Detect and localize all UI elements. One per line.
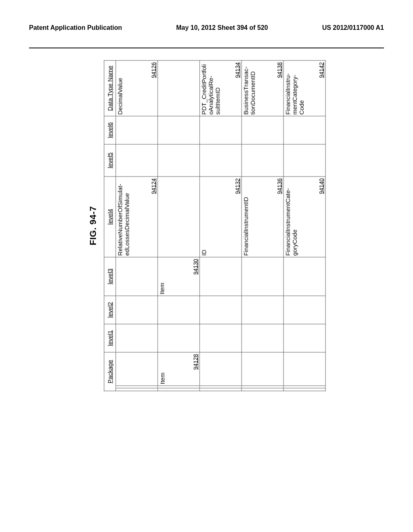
cell-ref: 94126 (150, 62, 156, 78)
cell-l2 (200, 296, 242, 324)
cell-package (242, 352, 284, 391)
cell-ref: 94130 (192, 259, 198, 275)
cell-l2 (116, 296, 158, 324)
cell-l5 (200, 144, 242, 177)
cell-l5 (284, 144, 325, 177)
cell-l6 (158, 116, 200, 144)
cell-l3 (242, 257, 284, 296)
figure-label: FIG. 94-7 (88, 60, 98, 391)
col-package: Package (104, 352, 116, 391)
cell-ref: 94140 (318, 179, 324, 194)
cell-l4: ID 94132 (200, 177, 242, 257)
cell-text: FinancialInstrumentID (242, 178, 249, 256)
col-level5: level5 (104, 144, 116, 177)
col-level2: level2 (104, 296, 116, 324)
cell-text: Item (159, 259, 165, 295)
col-level1: level1 (104, 324, 116, 352)
cell-text: ID (200, 178, 207, 256)
col-level6: level6 (104, 116, 116, 144)
cell-l1 (116, 324, 158, 352)
cell-l5 (158, 144, 200, 177)
schema-table: Package level1 level2 level3 level4 leve… (104, 60, 325, 391)
cell-l1 (158, 324, 200, 352)
rotated-figure: FIG. 94-7 Package level1 level2 level3 l… (88, 60, 325, 391)
col-level3: level3 (104, 257, 116, 296)
cell-dt: PDT_CreditPortfolioAnalyticalRe-sultItem… (200, 60, 242, 116)
table-row: ID 94132 PDT_CreditPortfolioAnalyticalRe… (200, 60, 242, 391)
table-header-row: Package level1 level2 level3 level4 leve… (104, 60, 116, 391)
cell-l5 (242, 144, 284, 177)
cell-l2 (242, 296, 284, 324)
cell-text: FinancialInstru-mentCategory-Code (284, 62, 305, 115)
cell-l1 (242, 324, 284, 352)
page-header: Patent Application Publication May 10, 2… (29, 24, 384, 31)
col-datatype: Data Type Name (104, 60, 116, 116)
cell-ref: 94142 (318, 62, 324, 78)
cell-ref: 94138 (276, 62, 282, 78)
cell-dt: FinancialInstru-mentCategory-Code 94142 (284, 60, 325, 116)
cell-l4: FinancialInstrumentCate-goryCode 94140 (284, 177, 325, 257)
cell-l1 (284, 324, 325, 352)
cell-dt: DecimalValue 94126 (116, 60, 158, 116)
cell-ref: 94136 (276, 179, 282, 194)
cell-l4 (158, 177, 200, 257)
cell-l6 (116, 116, 158, 144)
cell-l1 (200, 324, 242, 352)
cell-l4: FinancialInstrumentID 94136 (242, 177, 284, 257)
table-row: Item 94128 Item 94130 (158, 60, 200, 391)
header-center: May 10, 2012 Sheet 394 of 520 (176, 24, 268, 31)
table-row: FinancialInstrumentCate-goryCode 94140 F… (284, 60, 325, 391)
cell-l2 (158, 296, 200, 324)
cell-package (284, 352, 325, 391)
page: Patent Application Publication May 10, 2… (0, 0, 413, 532)
header-right: US 2012/0117000 A1 (322, 24, 384, 31)
col-level4: level4 (104, 177, 116, 257)
cell-l3 (200, 257, 242, 296)
cell-l5 (116, 144, 158, 177)
cell-l6 (200, 116, 242, 144)
cell-package: Item 94128 (158, 352, 200, 391)
cell-dt (158, 60, 200, 116)
cell-l3: Item 94130 (158, 257, 200, 296)
cell-text: FinancialInstrumentCate-goryCode (284, 178, 298, 256)
table-row: FinancialInstrumentID 94136 BusinessTran… (242, 60, 284, 391)
cell-ref: 94132 (234, 179, 240, 194)
cell-l2 (284, 296, 325, 324)
cell-l3 (284, 257, 325, 296)
cell-ref: 94128 (192, 354, 198, 370)
cell-l6 (242, 116, 284, 144)
cell-package (116, 352, 158, 391)
cell-l6 (284, 116, 325, 144)
cell-text: PDT_CreditPortfolioAnalyticalRe-sultItem… (200, 62, 221, 115)
cell-text: RelativeNumberOfSimulat-edLossesDecimalV… (117, 178, 130, 256)
figure-area: FIG. 94-7 Package level1 level2 level3 l… (29, 48, 384, 403)
header-left: Patent Application Publication (29, 24, 122, 31)
cell-text: BusinessTransac-tionDocumentID (242, 62, 256, 115)
cell-ref: 94134 (234, 62, 240, 78)
cell-package (200, 352, 242, 391)
cell-text: DecimalValue (117, 62, 123, 115)
cell-text: Item (159, 372, 165, 384)
cell-l3 (116, 257, 158, 296)
cell-dt: BusinessTransac-tionDocumentID 94138 (242, 60, 284, 116)
cell-l4: RelativeNumberOfSimulat-edLossesDecimalV… (116, 177, 158, 257)
cell-ref: 94124 (150, 179, 156, 194)
table-row: RelativeNumberOfSimulat-edLossesDecimalV… (116, 60, 158, 391)
